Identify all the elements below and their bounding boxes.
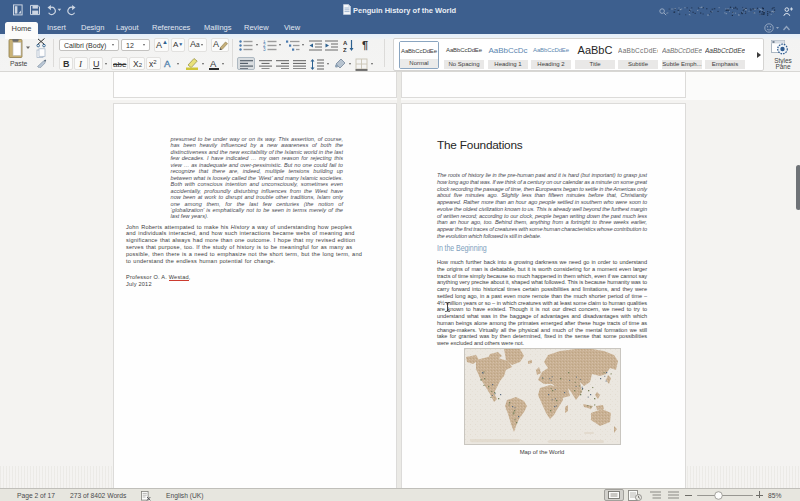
svg-text:A: A (343, 40, 348, 46)
svg-text:3: 3 (263, 47, 266, 51)
svg-text:Z: Z (343, 47, 347, 53)
